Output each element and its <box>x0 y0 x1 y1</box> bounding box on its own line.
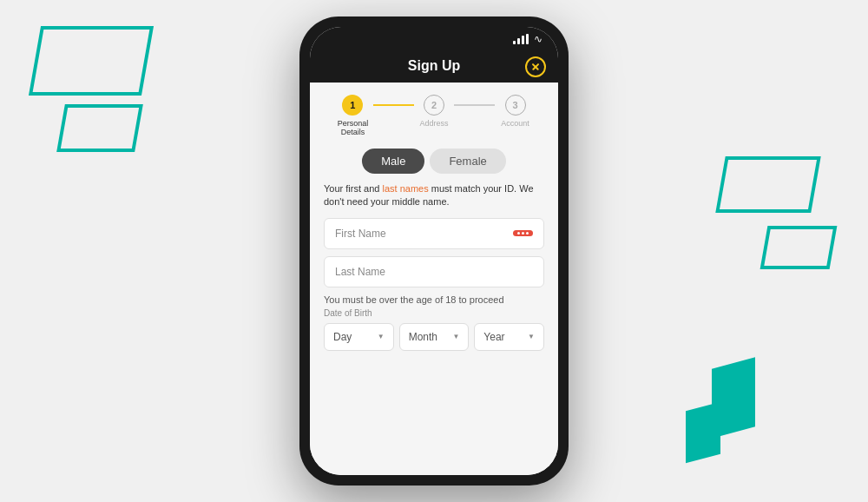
info-text-part1: Your first and <box>324 183 382 194</box>
dob-label: Date of Birth <box>324 308 544 318</box>
step-1: 1 Personal Details <box>332 95 373 136</box>
month-chevron-icon: ▼ <box>452 333 459 340</box>
age-warning-text: You must be over the age of 18 to procee… <box>324 294 544 305</box>
deco-shape-1 <box>29 26 154 96</box>
step-2-circle: 2 <box>424 95 444 116</box>
step-3-circle: 3 <box>505 95 526 116</box>
first-name-badge <box>513 230 533 236</box>
gender-male-button[interactable]: Male <box>362 149 424 174</box>
year-label: Year <box>483 331 504 343</box>
year-chevron-icon: ▼ <box>528 333 535 340</box>
day-dropdown[interactable]: Day ▼ <box>324 323 394 351</box>
year-dropdown[interactable]: Year ▼ <box>474 323 544 351</box>
wifi-icon: ∿ <box>534 33 542 45</box>
step-2: 2 Address <box>414 95 455 128</box>
gender-female-button[interactable]: Female <box>430 149 505 174</box>
phone-frame: ∿ Sign Up 1 Personal Details 2 <box>299 17 569 485</box>
step-3-label: Account <box>501 119 529 128</box>
name-info-text: Your first and last names must match you… <box>324 182 544 209</box>
close-button[interactable] <box>525 56 546 77</box>
phone-screen: ∿ Sign Up 1 Personal Details 2 <box>310 27 558 475</box>
step-line-2 <box>454 104 495 106</box>
first-name-placeholder: First Name <box>335 228 386 240</box>
month-label: Month <box>409 331 437 343</box>
page-title: Sign Up <box>408 58 460 74</box>
step-2-label: Address <box>419 119 448 128</box>
month-dropdown[interactable]: Month ▼ <box>399 323 470 351</box>
deco-shape-3 <box>715 156 820 213</box>
step-1-label: Personal Details <box>332 119 373 136</box>
progress-stepper: 1 Personal Details 2 Address 3 Accoun <box>324 95 544 136</box>
step-line-1 <box>373 104 414 106</box>
last-name-field[interactable]: Last Name <box>324 256 544 287</box>
step-1-circle: 1 <box>342 95 363 116</box>
date-of-birth-dropdowns: Day ▼ Month ▼ Year ▼ <box>324 323 544 351</box>
deco-shape-4 <box>760 226 838 269</box>
deco-shape-2 <box>56 104 143 152</box>
day-label: Day <box>333 331 352 343</box>
status-bar: ∿ <box>310 27 558 51</box>
signal-icon <box>513 34 529 44</box>
last-name-placeholder: Last Name <box>335 266 385 278</box>
info-text-highlight: last names <box>382 183 428 194</box>
step-3: 3 Account <box>495 95 536 128</box>
app-header: Sign Up <box>310 51 558 83</box>
deco-shape-6 <box>686 402 720 464</box>
content-area: 1 Personal Details 2 Address 3 Accoun <box>310 83 558 475</box>
day-chevron-icon: ▼ <box>378 333 385 340</box>
gender-toggle: Male Female <box>324 149 544 174</box>
first-name-field[interactable]: First Name <box>324 218 544 249</box>
